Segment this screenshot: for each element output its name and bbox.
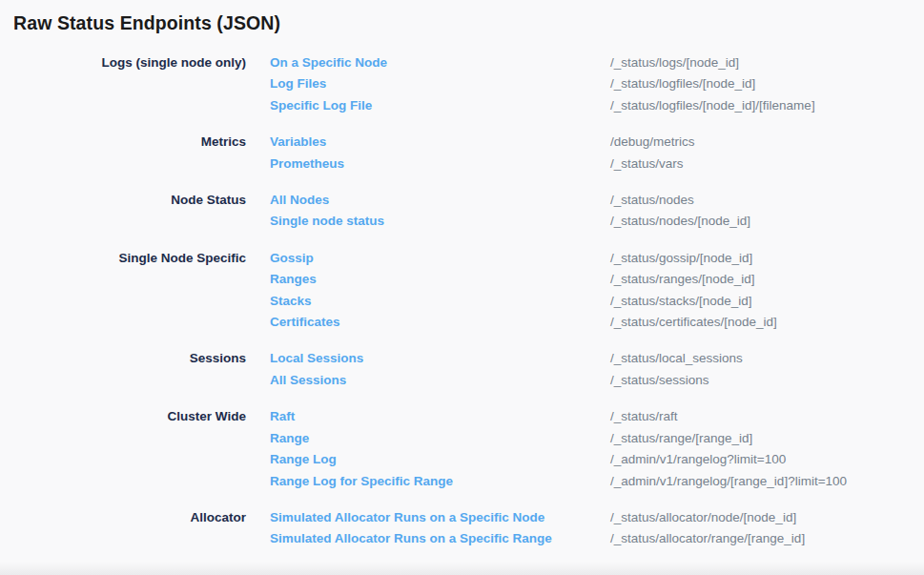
endpoint-row: Prometheus /_status/vars (0, 154, 924, 175)
endpoint-link[interactable]: Range Log (270, 449, 337, 470)
category-label (0, 73, 246, 94)
category-label (0, 291, 246, 312)
category-label (0, 154, 246, 175)
endpoint-url: /_status/logfiles/[node_id] (610, 73, 924, 94)
page-title: Raw Status Endpoints (JSON) (13, 12, 280, 34)
endpoint-link[interactable]: Prometheus (270, 154, 344, 175)
endpoint-link[interactable]: Raft (270, 406, 295, 427)
category-label (0, 449, 246, 470)
endpoint-row: All Sessions /_status/sessions (0, 370, 924, 391)
endpoint-row: Range Log /_admin/v1/rangelog?limit=100 (0, 449, 924, 470)
endpoint-link[interactable]: Simulated Allocator Runs on a Specific R… (270, 528, 552, 549)
endpoint-url: /_status/ranges/[node_id] (610, 269, 924, 290)
endpoint-url: /_status/raft (610, 406, 924, 427)
endpoint-url: /_status/sessions (610, 370, 924, 391)
endpoint-url: /_admin/v1/rangelog?limit=100 (610, 449, 924, 470)
endpoint-link[interactable]: Local Sessions (270, 348, 363, 369)
endpoint-link[interactable]: Stacks (270, 291, 312, 312)
endpoint-link[interactable]: Range (270, 428, 309, 449)
endpoint-url: /_status/stacks/[node_id] (610, 291, 924, 312)
category-label (0, 528, 246, 549)
endpoint-url: /_status/logs/[node_id] (610, 52, 924, 73)
endpoint-url: /_status/allocator/node/[node_id] (610, 507, 924, 528)
endpoint-row: Allocator Simulated Allocator Runs on a … (0, 507, 924, 528)
endpoint-row: Sessions Local Sessions /_status/local_s… (0, 348, 924, 369)
category-label (0, 312, 246, 333)
endpoint-row: Ranges /_status/ranges/[node_id] (0, 269, 924, 290)
category-label: Single Node Specific (0, 248, 246, 269)
endpoint-link[interactable]: All Sessions (270, 370, 346, 391)
endpoint-url: /_status/nodes (610, 190, 924, 211)
endpoint-link[interactable]: Certificates (270, 312, 340, 333)
endpoint-url: /_status/allocator/range/[range_id] (610, 528, 924, 549)
endpoint-url: /debug/metrics (610, 132, 924, 153)
category-label (0, 211, 246, 232)
category-label (0, 471, 246, 492)
endpoint-row: Logs (single node only) On a Specific No… (0, 52, 924, 73)
category-label: Sessions (0, 348, 246, 369)
category-label: Node Status (0, 190, 246, 211)
endpoint-url: /_status/certificates/[node_id] (610, 312, 924, 333)
endpoint-row: Single node status /_status/nodes/[node_… (0, 211, 924, 232)
endpoints-table: Logs (single node only) On a Specific No… (0, 52, 924, 550)
page-bottom-edge (0, 562, 924, 575)
endpoint-row: Single Node Specific Gossip /_status/gos… (0, 248, 924, 269)
endpoint-row: Metrics Variables /debug/metrics (0, 132, 924, 153)
endpoint-url: /_status/vars (610, 154, 924, 175)
endpoint-link[interactable]: All Nodes (270, 190, 329, 211)
category-label: Allocator (0, 507, 246, 528)
endpoint-url: /_status/gossip/[node_id] (610, 248, 924, 269)
endpoint-row: Cluster Wide Raft /_status/raft (0, 406, 924, 427)
category-label: Metrics (0, 132, 246, 153)
endpoint-link[interactable]: Specific Log File (270, 95, 372, 116)
endpoint-row: Simulated Allocator Runs on a Specific R… (0, 528, 924, 549)
category-label: Cluster Wide (0, 406, 246, 427)
category-label: Logs (single node only) (0, 52, 246, 73)
endpoint-url: /_status/logfiles/[node_id]/[filename] (610, 95, 924, 116)
category-label (0, 428, 246, 449)
category-label (0, 370, 246, 391)
endpoint-row: Certificates /_status/certificates/[node… (0, 312, 924, 333)
endpoint-url: /_admin/v1/rangelog/[range_id]?limit=100 (610, 471, 924, 492)
endpoint-link[interactable]: Ranges (270, 269, 317, 290)
endpoint-link[interactable]: Single node status (270, 211, 384, 232)
endpoint-link[interactable]: Simulated Allocator Runs on a Specific N… (270, 507, 544, 528)
endpoint-url: /_status/local_sessions (610, 348, 924, 369)
endpoint-row: Range /_status/range/[range_id] (0, 428, 924, 449)
endpoint-row: Range Log for Specific Range /_admin/v1/… (0, 471, 924, 492)
endpoint-row: Node Status All Nodes /_status/nodes (0, 190, 924, 211)
endpoint-url: /_status/range/[range_id] (610, 428, 924, 449)
debug-endpoints-page: Raw Status Endpoints (JSON) Logs (single… (0, 0, 924, 575)
category-label (0, 269, 246, 290)
endpoint-row: Specific Log File /_status/logfiles/[nod… (0, 95, 924, 116)
endpoint-link[interactable]: On a Specific Node (270, 52, 387, 73)
endpoint-row: Log Files /_status/logfiles/[node_id] (0, 73, 924, 94)
endpoint-link[interactable]: Log Files (270, 73, 326, 94)
endpoint-link[interactable]: Range Log for Specific Range (270, 471, 453, 492)
endpoint-link[interactable]: Gossip (270, 248, 314, 269)
endpoint-row: Stacks /_status/stacks/[node_id] (0, 291, 924, 312)
endpoint-link[interactable]: Variables (270, 132, 326, 153)
category-label (0, 95, 246, 116)
endpoint-url: /_status/nodes/[node_id] (610, 211, 924, 232)
